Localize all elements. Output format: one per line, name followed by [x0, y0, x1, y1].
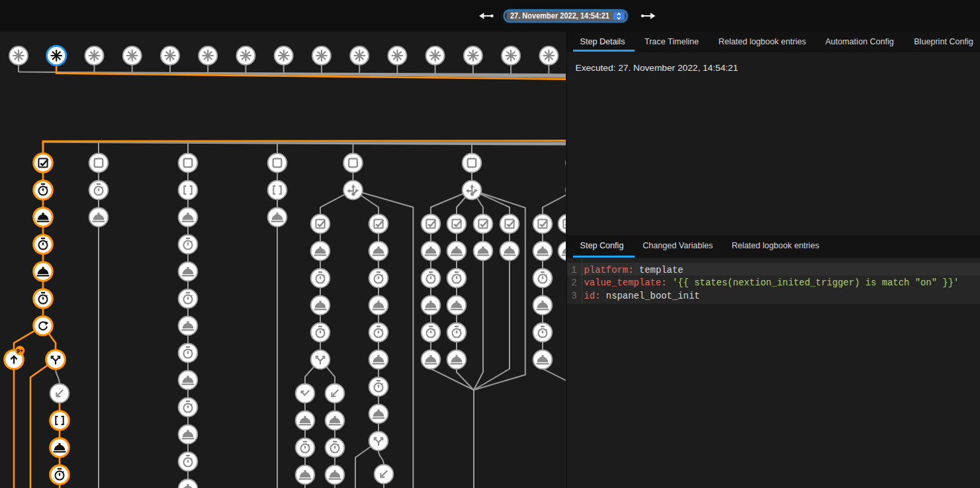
svg-text:9+: 9+ [17, 348, 24, 354]
